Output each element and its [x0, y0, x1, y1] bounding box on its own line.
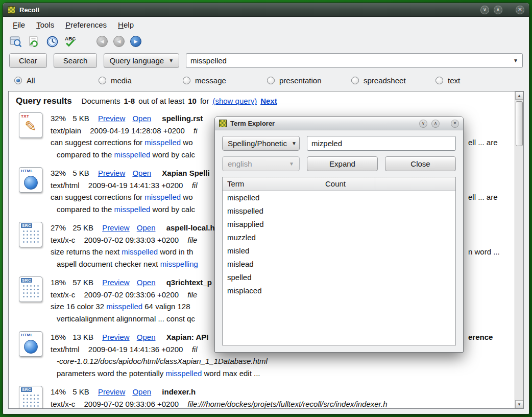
term-input[interactable]: [307, 136, 456, 151]
term-row[interactable]: misapplied: [223, 217, 455, 230]
shade-button[interactable]: ∨: [419, 120, 427, 128]
preview-link[interactable]: Preview: [98, 387, 125, 396]
unshade-button[interactable]: ∧: [431, 120, 440, 128]
term-row[interactable]: misspelled: [223, 204, 455, 217]
relevance-percent: 32%: [51, 114, 66, 123]
file-url-continued: -core-1.0.12/docs/apidoc/html/classXapia…: [51, 355, 515, 367]
close-button[interactable]: Close: [385, 156, 456, 171]
first-page-icon[interactable]: ◀: [96, 36, 108, 47]
term-row[interactable]: mispelled: [223, 191, 455, 204]
preview-link[interactable]: Preview: [98, 114, 125, 123]
open-link[interactable]: Open: [137, 223, 156, 232]
radio-icon[interactable]: [436, 77, 443, 84]
open-link[interactable]: Open: [137, 278, 156, 287]
dialog-titlebar: Term Explorer ∨ ∧ ✕: [215, 117, 463, 130]
menu-preferences[interactable]: Preferences: [61, 18, 111, 31]
next-page-link[interactable]: Next: [260, 97, 277, 105]
radio-icon[interactable]: [14, 77, 22, 84]
filter-text[interactable]: text: [436, 76, 520, 85]
menu-file[interactable]: File: [8, 18, 30, 31]
open-link[interactable]: Open: [132, 387, 151, 396]
filter-presentation[interactable]: presentation: [267, 76, 351, 85]
term-table-header[interactable]: Term Count: [223, 177, 455, 191]
filter-message[interactable]: message: [183, 76, 267, 85]
clear-button[interactable]: Clear: [9, 53, 47, 68]
relevance-percent: 18%: [51, 278, 66, 287]
open-link[interactable]: Open: [132, 169, 151, 177]
radio-icon[interactable]: [183, 77, 190, 84]
recoll-logo-icon: [219, 120, 227, 127]
text-document-icon: TXT ✎: [19, 112, 42, 138]
file-url: file: [187, 236, 197, 244]
result-range: 1-8: [124, 97, 135, 105]
result-title: indexer.h: [162, 387, 196, 396]
save-query-icon[interactable]: [28, 35, 40, 48]
term-row[interactable]: misled: [223, 244, 455, 257]
code-dots-icon: [22, 229, 39, 245]
clear-search-icon[interactable]: [9, 35, 22, 48]
search-row: Clear Search Query language ▼ ▼: [3, 51, 529, 73]
term-row[interactable]: misplaced: [223, 284, 455, 297]
result-title: spelling.rst: [162, 114, 203, 123]
prev-page-icon[interactable]: ◀: [113, 36, 125, 47]
query-results-title: Query results: [16, 96, 72, 106]
term-table: Term Count mispelled misspelled misappli…: [222, 177, 456, 345]
shade-button[interactable]: ∨: [480, 6, 489, 14]
next-page-icon[interactable]: ▶: [130, 36, 141, 47]
language-label: english: [228, 159, 252, 168]
chevron-down-icon[interactable]: ▼: [513, 58, 518, 63]
filter-media[interactable]: media: [99, 76, 183, 85]
filter-label: All: [27, 76, 35, 85]
filter-spreadsheet[interactable]: spreadsheet: [351, 76, 436, 85]
expand-button[interactable]: Expand: [307, 156, 378, 171]
scrollbar-thumb[interactable]: [516, 101, 523, 146]
preview-link[interactable]: Preview: [102, 278, 129, 287]
preview-link[interactable]: Preview: [102, 333, 129, 341]
term-row[interactable]: spelled: [223, 270, 455, 284]
date: 2009-04-19 14:41:33 +0200: [88, 181, 183, 190]
menu-help[interactable]: Help: [113, 18, 138, 31]
query-language-combo[interactable]: Query language ▼: [104, 53, 179, 68]
doc-history-clock-icon[interactable]: [46, 35, 59, 48]
scroll-up-icon[interactable]: ▲: [515, 91, 523, 100]
radio-icon[interactable]: [351, 77, 359, 84]
result-title: q3richtext_p: [166, 278, 212, 287]
filter-label: media: [111, 76, 132, 85]
preview-link[interactable]: Preview: [98, 169, 125, 177]
filter-label: spreadsheet: [364, 76, 406, 85]
menubar: File Tools Preferences Help: [3, 17, 529, 32]
file-url: fi: [194, 126, 198, 135]
relevance-percent: 14%: [51, 387, 66, 396]
close-button[interactable]: ✕: [451, 120, 459, 128]
search-input[interactable]: [186, 53, 523, 68]
chevron-down-icon: ▼: [289, 161, 294, 167]
term-column-header[interactable]: Term: [223, 179, 324, 188]
term-row[interactable]: muzzled: [223, 230, 455, 244]
dialog-body: Spelling/Phonetic ▼ english ▼ Expand Clo…: [215, 130, 463, 352]
search-button[interactable]: Search: [54, 53, 98, 68]
scroll-down-icon[interactable]: ▼: [515, 400, 523, 408]
unshade-button[interactable]: ∧: [494, 6, 502, 14]
preview-link[interactable]: Preview: [102, 223, 129, 232]
menu-tools[interactable]: Tools: [32, 18, 59, 31]
filter-all[interactable]: All: [14, 76, 99, 85]
count-column-header[interactable]: Count: [324, 177, 375, 190]
spellcheck-term-explorer-icon[interactable]: ABC: [64, 35, 77, 48]
show-query-link[interactable]: (show query): [212, 97, 257, 105]
vertical-scrollbar[interactable]: ▲ ▼: [515, 91, 523, 408]
open-link[interactable]: Open: [132, 114, 151, 123]
radio-icon[interactable]: [99, 77, 106, 84]
file-url: fil: [192, 181, 198, 190]
expand-mode-combo[interactable]: Spelling/Phonetic ▼: [222, 136, 300, 151]
close-button[interactable]: ✕: [516, 6, 524, 14]
date: 2009-04-19 14:28:08 +0200: [90, 126, 185, 135]
code-dots-icon: [22, 284, 39, 299]
date: 2009-04-19 14:41:36 +0200: [88, 345, 183, 354]
radio-icon[interactable]: [267, 77, 275, 84]
open-link[interactable]: Open: [137, 333, 156, 341]
term-row[interactable]: mislead: [223, 257, 455, 270]
file-url: fil: [192, 345, 198, 354]
recoll-logo-icon: [8, 6, 15, 14]
filter-row: All media message presentation spreadshe…: [3, 73, 529, 91]
relevance-percent: 27%: [51, 223, 66, 232]
